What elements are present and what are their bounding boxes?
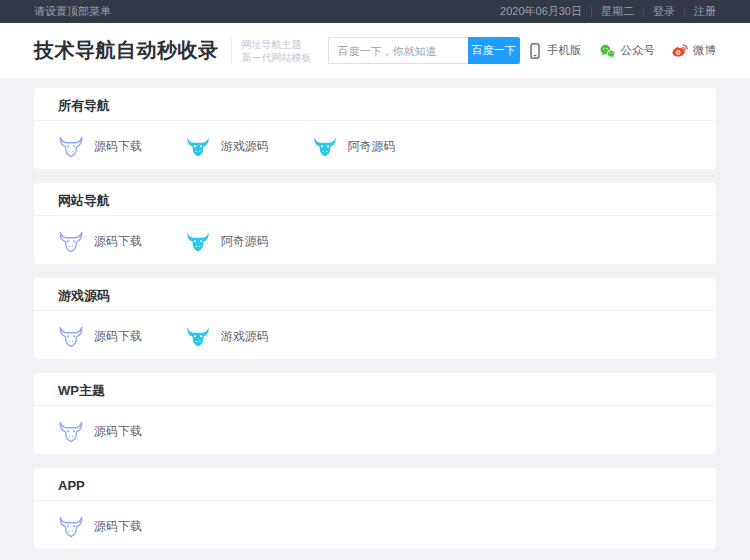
nav-site-label: 源码下载 <box>94 328 142 345</box>
weibo-icon <box>672 43 688 58</box>
weibo-label: 微博 <box>693 43 716 58</box>
nav-site-link[interactable]: 源码下载 <box>58 224 185 258</box>
topbar-right: 2020年06月30日 星期二 登录 注册 <box>500 4 716 19</box>
nav-site-label: 游戏源码 <box>221 328 269 345</box>
bull-logo-icon <box>58 513 84 539</box>
nav-section-card: 网站导航 源码下载 阿奇源码 <box>34 183 716 264</box>
sections-list: 所有导航 源码下载 游戏源码 <box>34 88 716 549</box>
nav-section-card: 游戏源码 源码下载 游戏源码 <box>34 278 716 359</box>
topbar-menu-hint[interactable]: 请设置顶部菜单 <box>34 4 111 19</box>
nav-site-label: 源码下载 <box>94 138 142 155</box>
section-title: 游戏源码 <box>34 278 716 311</box>
nav-section-card: WP主题 源码下载 <box>34 373 716 454</box>
bull-logo-icon <box>58 133 84 159</box>
section-items: 源码下载 <box>34 406 716 454</box>
nav-site-link[interactable]: 游戏源码 <box>185 319 312 353</box>
section-title: APP <box>34 468 716 501</box>
mobile-version-link[interactable]: 手机版 <box>528 43 582 59</box>
section-items: 源码下载 阿奇源码 <box>34 216 716 264</box>
nav-section-card: APP 源码下载 <box>34 468 716 549</box>
bull-logo-icon <box>58 228 84 254</box>
section-items: 源码下载 <box>34 501 716 549</box>
mobile-version-label: 手机版 <box>547 43 582 58</box>
divider <box>684 7 685 17</box>
bull-logo-icon <box>312 133 338 159</box>
section-title: 所有导航 <box>34 88 716 121</box>
bull-logo-icon <box>185 228 211 254</box>
site-slogan: 网址导航主题 新一代网站模板 <box>231 38 312 64</box>
nav-site-link[interactable]: 源码下载 <box>58 509 185 543</box>
mobile-icon <box>528 43 542 59</box>
section-items: 源码下载 游戏源码 阿奇源码 <box>34 121 716 169</box>
wechat-icon <box>599 43 616 59</box>
wechat-official-link[interactable]: 公众号 <box>599 43 656 59</box>
nav-site-link[interactable]: 阿奇源码 <box>185 224 312 258</box>
bull-logo-icon <box>185 133 211 159</box>
divider <box>643 7 644 17</box>
section-title: 网站导航 <box>34 183 716 216</box>
nav-site-label: 阿奇源码 <box>221 233 269 250</box>
login-link[interactable]: 登录 <box>653 4 675 19</box>
site-header: 技术导航自动秒收录 网址导航主题 新一代网站模板 百度一下 手机版 <box>0 23 750 78</box>
nav-site-label: 阿奇源码 <box>348 138 396 155</box>
header-links: 手机版 公众号 <box>528 43 716 59</box>
slogan-line1: 网址导航主题 <box>242 38 312 51</box>
section-title: WP主题 <box>34 373 716 406</box>
search-input[interactable] <box>328 37 468 64</box>
slogan-line2: 新一代网站模板 <box>242 51 312 64</box>
nav-site-label: 源码下载 <box>94 233 142 250</box>
search-box: 百度一下 <box>328 37 520 64</box>
site-title[interactable]: 技术导航自动秒收录 <box>34 37 219 64</box>
bull-logo-icon <box>58 323 84 349</box>
divider <box>591 7 592 17</box>
nav-site-link[interactable]: 阿奇源码 <box>312 129 439 163</box>
nav-site-label: 游戏源码 <box>221 138 269 155</box>
nav-site-link[interactable]: 源码下载 <box>58 414 185 448</box>
section-items: 源码下载 游戏源码 <box>34 311 716 359</box>
topbar-weekday: 星期二 <box>601 4 634 19</box>
bull-logo-icon <box>58 418 84 444</box>
nav-site-link[interactable]: 源码下载 <box>58 129 185 163</box>
weibo-link[interactable]: 微博 <box>672 43 716 58</box>
nav-site-label: 源码下载 <box>94 423 142 440</box>
register-link[interactable]: 注册 <box>694 4 716 19</box>
nav-section-card: 所有导航 源码下载 游戏源码 <box>34 88 716 169</box>
main-content: 所有导航 源码下载 游戏源码 <box>0 78 750 560</box>
topbar-date: 2020年06月30日 <box>500 4 582 19</box>
wechat-official-label: 公众号 <box>621 43 656 58</box>
nav-site-link[interactable]: 游戏源码 <box>185 129 312 163</box>
search-button[interactable]: 百度一下 <box>468 37 520 64</box>
topbar: 请设置顶部菜单 2020年06月30日 星期二 登录 注册 <box>0 0 750 23</box>
nav-site-link[interactable]: 源码下载 <box>58 319 185 353</box>
bull-logo-icon <box>185 323 211 349</box>
nav-site-label: 源码下载 <box>94 518 142 535</box>
